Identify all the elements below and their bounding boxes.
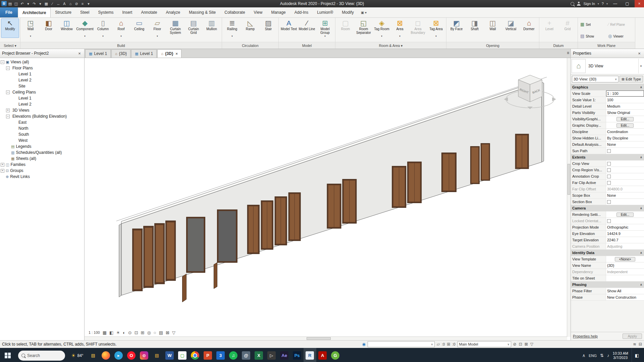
tree-item[interactable]: South <box>0 131 84 137</box>
property-value[interactable]: Adjusting <box>606 243 644 249</box>
ribbon-tab[interactable]: File <box>0 7 18 17</box>
combo-caret-icon[interactable]: ∨ <box>615 78 617 81</box>
design-options-combo[interactable]: Main Model ∨ <box>458 341 511 347</box>
property-value[interactable]: By Discipline <box>606 135 644 141</box>
ribbon-tab[interactable]: Massing & Site <box>184 7 220 17</box>
property-value[interactable] <box>606 199 644 205</box>
mail-icon[interactable]: @ <box>240 348 253 362</box>
horizontal-scrollbar-thumb[interactable] <box>307 337 331 340</box>
tree-item[interactable]: + ◫ Families <box>0 162 84 168</box>
language-indicator[interactable]: ENG <box>589 354 597 358</box>
ribbon-button[interactable]: ◪ Vertical ▾ <box>502 18 520 38</box>
exclude-options-icon[interactable]: ⊘ <box>513 342 517 347</box>
ribbon-tab[interactable]: Architecture <box>18 7 51 17</box>
shadows-icon[interactable]: ◐ <box>123 330 125 335</box>
firefox-icon[interactable] <box>100 348 112 362</box>
default-3d-view-icon[interactable]: ⌂ <box>68 1 73 6</box>
ribbon-group-label[interactable]: Model <box>279 42 335 49</box>
ribbon-tab[interactable]: Annotate <box>137 7 161 17</box>
section-collapse-icon[interactable]: ∧ <box>640 206 642 210</box>
redo-caret-icon[interactable]: ▾ <box>38 1 43 6</box>
open-icon[interactable]: ▤ <box>7 1 13 6</box>
view-tab[interactable]: ⌂ {3D} × <box>157 49 181 58</box>
property-value[interactable]: Coordination <box>606 129 644 135</box>
tree-item[interactable]: ▤ Legends <box>0 143 84 149</box>
ribbon-button[interactable]: ▥ Mullion ▾ <box>203 18 221 38</box>
ribbon-tab[interactable]: Systems <box>94 7 118 17</box>
3d-viewport[interactable]: RIGHT BACK 1 : 100 ▦ ◧ ☀ <box>85 58 571 340</box>
text-icon[interactable]: A <box>62 1 67 6</box>
maximize-button[interactable]: ▢ <box>623 0 632 7</box>
project-browser-header[interactable]: Project Browser - Project2 × <box>0 49 84 58</box>
properties-header[interactable]: Properties × <box>571 49 644 58</box>
property-value[interactable]: Medium <box>606 103 644 109</box>
tree-item[interactable]: Level 1 <box>0 71 84 77</box>
detail-level-icon[interactable]: ▦ <box>103 330 107 335</box>
app-3-icon[interactable]: 3 <box>214 348 227 362</box>
ribbon-button[interactable]: ▯ Column ▾ <box>94 18 112 38</box>
excel-icon[interactable]: X <box>253 348 265 362</box>
ribbon-group-label[interactable]: Work Plane <box>578 42 635 49</box>
property-value[interactable]: New Construction <box>606 294 644 300</box>
ribbon-button[interactable]: # Grid ▾ <box>558 18 577 38</box>
search-icon[interactable] <box>571 2 574 6</box>
property-row[interactable]: Far Clip Active ∧ <box>571 180 644 186</box>
ribbon-button[interactable]: ↖ Modify ▾ <box>1 18 19 38</box>
ribbon-button[interactable]: ⊠ Tag Area ▾ <box>427 18 445 38</box>
section-collapse-icon[interactable]: ∧ <box>640 251 642 254</box>
press-drag-icon[interactable]: ⊡ <box>519 342 522 347</box>
ribbon-button[interactable]: A Model Text ▾ <box>280 18 298 38</box>
property-value[interactable]: Show Original <box>606 110 644 116</box>
opera-icon[interactable]: O <box>125 348 138 362</box>
after-effects-icon[interactable]: Ae <box>278 348 291 362</box>
property-checkbox[interactable] <box>607 168 611 172</box>
instagram-icon[interactable]: ⊙ <box>138 348 151 362</box>
ribbon-button[interactable]: ◫ Window ▾ <box>58 18 76 38</box>
greenshot-icon[interactable]: G <box>329 348 342 362</box>
temporary-view-properties-icon[interactable]: ▤ <box>159 330 163 335</box>
libreoffice-icon[interactable]: ▢ <box>176 348 189 362</box>
visual-style-icon[interactable]: ◧ <box>109 330 113 335</box>
ribbon-button[interactable]: ▨ Stair ▾ <box>259 18 277 38</box>
view-scale-control[interactable]: 1 : 100 <box>89 330 100 335</box>
property-value[interactable] <box>606 218 644 224</box>
property-row[interactable]: View Template <None> ∧ <box>571 256 644 262</box>
tree-item[interactable]: + 3D Views <box>0 107 84 113</box>
selection-filter-icon[interactable]: ▽ <box>530 342 533 347</box>
property-row[interactable]: Detail Level Medium ∧ <box>571 103 644 110</box>
ribbon-tab[interactable]: Add-Ins <box>290 7 313 17</box>
taskbar-clock[interactable]: 10:33 AM 3/7/2023 <box>613 351 628 360</box>
section-icon[interactable]: ⊘ <box>74 1 79 6</box>
close-button[interactable]: × <box>635 0 644 7</box>
type-selector-caret-icon[interactable]: ▾ <box>638 59 643 73</box>
start-button[interactable] <box>0 348 15 362</box>
deselect-links-icon[interactable]: ⊠ <box>525 342 528 347</box>
property-row[interactable]: Graphics ∧ <box>571 84 644 90</box>
network-icon[interactable]: ⇅ <box>600 353 604 358</box>
ribbon-button[interactable]: ◆ Component ▾ <box>76 18 94 38</box>
section-collapse-icon[interactable]: ∧ <box>640 283 642 286</box>
property-value[interactable]: Edit... <box>606 122 644 128</box>
property-value[interactable] <box>606 148 644 154</box>
ribbon-button[interactable]: ◱ Room Separator ▾ <box>355 18 373 38</box>
vertical-scrollbar-thumb[interactable] <box>568 164 570 195</box>
powerpoint-icon[interactable]: P <box>202 348 214 362</box>
property-row[interactable]: Sun Path ∧ <box>571 148 644 154</box>
tree-item[interactable]: − Elevations (Building Elevation) <box>0 113 84 119</box>
ribbon-button[interactable]: + Level ▾ <box>540 18 558 38</box>
view-tab-close-icon[interactable]: × <box>176 52 178 56</box>
view-tab[interactable]: ⌂ {3D} <box>111 49 130 58</box>
weather-widget[interactable]: ☀ 84° <box>68 353 87 359</box>
reveal-constraints-icon[interactable]: ▽ <box>172 330 175 335</box>
thin-lines-icon[interactable]: ≡ <box>80 1 85 6</box>
property-checkbox[interactable] <box>607 219 611 223</box>
property-value[interactable] <box>606 173 644 179</box>
telegram-icon[interactable]: ▸ <box>112 348 125 362</box>
ribbon-group-label[interactable]: Opening <box>446 42 539 49</box>
property-row[interactable]: Identity Data ∧ <box>571 250 644 256</box>
property-row[interactable]: Parts Visibility Show Original ∧ <box>571 110 644 116</box>
property-row[interactable]: Rendering Setti... Edit... ∧ <box>571 212 644 218</box>
tree-expander-icon[interactable]: − <box>1 60 4 64</box>
section-collapse-icon[interactable]: ∧ <box>640 85 642 89</box>
ribbon-button[interactable]: ▱ Floor ▾ <box>148 18 166 38</box>
